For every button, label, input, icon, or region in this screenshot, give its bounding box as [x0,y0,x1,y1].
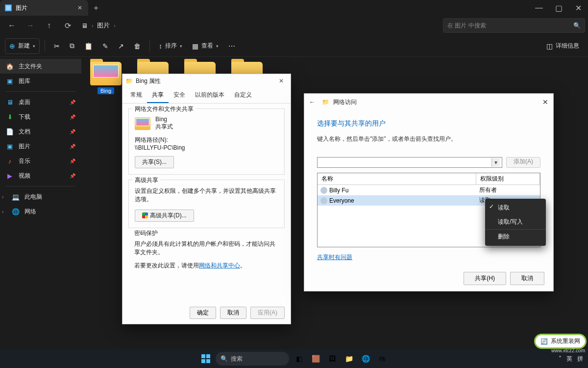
share-confirm-button[interactable]: 共享(H) [464,272,506,285]
cancel-button[interactable]: 取消 [220,307,246,319]
copy-button[interactable]: ⧉ [66,38,78,54]
taskbar-app[interactable]: 🖼 [325,352,339,366]
tab-title: 图片 [16,4,27,12]
delete-button[interactable]: 🗑 [130,38,145,54]
tab-pictures[interactable]: 图片 ✕ [0,0,88,16]
breadcrumb-item[interactable]: 图片 [97,21,110,30]
sidebar-item-this-pc[interactable]: ›💻此电脑 [0,189,81,204]
sidebar-item-pictures[interactable]: ▣图片📌 [0,139,81,154]
folder-icon: 📁 [125,78,133,84]
share-button[interactable]: 共享(S)... [135,156,174,168]
add-tab-button[interactable]: ＋ [88,0,104,16]
taskbar-explorer[interactable]: 📁 [342,352,356,366]
toolbar: ⊕ 新建 ▾ ✂ ⧉ 📋 ✎ ↗ 🗑 ↕ 排序 ▾ ▦ 查看 ▾ ⋯ ◫ 详细信… [0,35,588,57]
view-button[interactable]: ▦ 查看 ▾ [188,38,222,54]
music-icon: ♪ [6,157,14,165]
chevron-right-icon: › [2,194,7,200]
menu-item-readwrite[interactable]: 读取/写入 [485,215,546,229]
sidebar-item-documents[interactable]: 📄文档📌 [0,124,81,139]
forward-button[interactable]: → [22,18,39,33]
advanced-share-button[interactable]: 高级共享(D)... [135,210,194,222]
sidebar-item-desktop[interactable]: 🖥桌面📌 [0,95,81,109]
sharing-issues-link[interactable]: 共享时有问题 [317,254,352,261]
paste-icon: 📋 [84,42,93,50]
chevron-right-icon: › [92,23,93,28]
sidebar-item-music[interactable]: ♪音乐📌 [0,154,81,168]
pin-icon: 📌 [70,129,75,134]
sidebar-item-network[interactable]: ›🌐网络 [0,204,81,219]
folder-icon [135,117,150,130]
search-input[interactable]: 在 图片 中搜索 🔍 [443,18,585,33]
column-permission[interactable]: 权限级别 [476,173,540,185]
sort-icon: ↕ [159,42,162,50]
gallery-icon: ▣ [6,77,14,85]
search-icon: 🔍 [573,22,581,29]
dialog-titlebar[interactable]: 📁 Bing 属性 ✕ [122,74,291,88]
person-row[interactable]: Billy Fu 所有者 [318,185,540,195]
close-icon[interactable]: ✕ [275,78,288,84]
ok-button[interactable]: 确定 [190,307,216,319]
back-icon[interactable]: ← [309,99,315,105]
tab-security[interactable]: 安全 [169,88,190,103]
pictures-icon [5,4,12,11]
share-button[interactable]: ↗ [114,38,128,54]
dialog-hint: 键入名称，然后单击"添加"，或者单击箭头查找用户。 [317,135,540,143]
refresh-button[interactable]: ⟳ [59,18,76,33]
details-pane-button[interactable]: ◫ 详细信息 [542,38,583,54]
taskbar: 🔍搜索 ◧ 🟫 🖼 📁 🌐 🛍 ˄ 英 拼 [0,349,588,368]
more-button[interactable]: ⋯ [224,38,239,54]
sidebar-item-home[interactable]: 🏠主文件夹 [0,59,81,74]
pictures-icon: ▣ [6,142,14,150]
taskbar-edge[interactable]: 🌐 [359,352,372,366]
maximize-button[interactable]: ▢ [549,0,568,16]
add-button[interactable]: 添加(A) [506,157,540,168]
menu-item-read[interactable]: ✓读取 [485,201,546,215]
watermark-url: www.xtcz2.com [551,348,585,353]
taskbar-search[interactable]: 🔍搜索 [216,352,289,366]
rename-button[interactable]: ✎ [98,38,112,54]
close-tab-icon[interactable]: ✕ [75,4,84,11]
ime-indicator[interactable]: 英 [566,355,572,363]
start-button[interactable] [199,352,213,366]
new-button[interactable]: ⊕ 新建 ▾ [5,38,40,54]
taskbar-app[interactable]: 🟫 [309,352,322,366]
network-center-link[interactable]: 网络和共享中心 [199,262,240,269]
tab-customize[interactable]: 自定义 [229,88,257,103]
system-tray: ˄ 英 拼 [559,355,583,363]
up-button[interactable]: ↑ [40,18,58,33]
chevron-right-icon: › [114,23,115,28]
netpath-label: 网络路径(N): [135,136,278,144]
person-icon [320,187,327,194]
breadcrumb[interactable]: 🖥 › 图片 › [77,21,120,30]
close-icon[interactable]: ✕ [542,98,548,106]
folder-item-bing[interactable]: Bing [85,62,126,94]
sidebar-item-videos[interactable]: ▶视频📌 [0,168,81,183]
search-placeholder: 在 图片 中搜索 [447,22,486,30]
cut-button[interactable]: ✂ [50,38,64,54]
apply-button[interactable]: 应用(A) [250,307,285,319]
ime-mode[interactable]: 拼 [577,355,583,363]
tab-sharing[interactable]: 共享 [147,88,169,103]
column-name[interactable]: 名称 [318,173,476,185]
password-line1: 用户必须具有此计算机的用户帐户和密码，才能访问共享文件夹。 [134,240,279,257]
minimize-button[interactable]: — [529,0,549,16]
close-window-button[interactable]: ✕ [568,0,588,16]
nav-bar: ← → ↑ ⟳ 🖥 › 图片 › 在 图片 中搜索 🔍 [0,16,588,35]
menu-item-remove[interactable]: 删除 [485,229,546,244]
tray-chevron-icon[interactable]: ˄ [559,355,562,362]
paste-button[interactable]: 📋 [80,38,97,54]
user-combobox[interactable] [317,157,502,168]
video-icon: ▶ [6,172,14,180]
folder-icon [90,62,122,85]
taskview-button[interactable]: ◧ [292,352,306,366]
taskbar-store[interactable]: 🛍 [375,352,389,366]
sidebar-item-gallery[interactable]: ▣图库 [0,74,81,88]
back-button[interactable]: ← [3,18,21,33]
tab-general[interactable]: 常规 [125,88,147,103]
sort-button[interactable]: ↕ 排序 ▾ [155,38,186,54]
folder-label: Bing [98,87,114,94]
sidebar-item-downloads[interactable]: ⬇下载📌 [0,109,81,124]
chevron-down-icon: ▾ [180,44,182,49]
tab-previous-versions[interactable]: 以前的版本 [190,88,229,103]
cancel-button[interactable]: 取消 [510,272,544,285]
